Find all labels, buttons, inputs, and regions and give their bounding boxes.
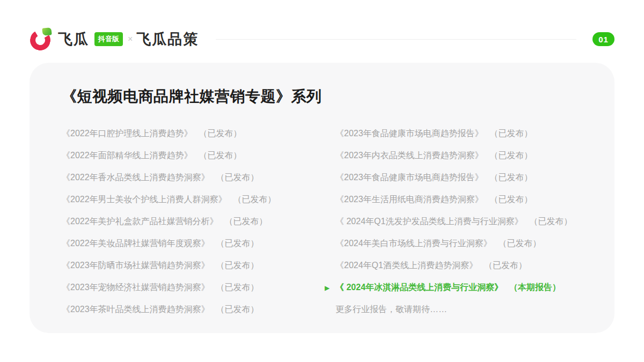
report-column-left: 《2022年口腔护理线上消费趋势》 （已发布） 《2022年面部精华线上消费趋势…	[62, 123, 335, 321]
report-item: 《 2024年Q1洗发护发品类线上消费与行业洞察》 （已发布）	[335, 211, 614, 233]
report-item-current: ▶ 《 2024年冰淇淋品类线上消费与行业洞察》 （本期报告）	[335, 277, 614, 299]
report-status: （已发布）	[225, 216, 268, 227]
header-divider	[216, 39, 576, 40]
report-status: （已发布）	[490, 128, 533, 139]
report-status: （已发布）	[484, 260, 527, 271]
report-title: 《2023年茶叶品类线上消费趋势洞察》	[62, 304, 210, 315]
report-item: 《2024年美白市场线上消费与行业洞察》 （已发布）	[335, 233, 614, 255]
report-title: 《2022年男士美妆个护线上消费人群洞察》	[62, 194, 227, 205]
report-status: （已发布）	[490, 194, 533, 205]
report-title: 《2023年防晒市场社媒营销趋势洞察》	[62, 260, 210, 271]
report-item: 《2023年食品健康市场电商趋势报告》 （已发布）	[335, 123, 614, 145]
report-item: 《2023年宠物经济社媒营销趋势洞察》 （已发布）	[62, 277, 335, 299]
page-number-badge: 01	[592, 32, 614, 46]
report-title: 《 2024年冰淇淋品类线上消费与行业洞察》	[335, 282, 503, 293]
report-item: 《2023年内衣品类线上消费趋势洞察》 （已发布）	[335, 145, 614, 167]
report-title: 《2022年美护礼盒款产品社媒营销分析》	[62, 216, 218, 227]
report-item: 《2022年香水品类线上消费趋势洞察》 （已发布）	[62, 167, 335, 189]
report-status: （已发布）	[216, 282, 259, 293]
report-status: （已发布）	[216, 260, 259, 271]
report-item: 《2023年生活用纸电商消费趋势洞察》 （已发布）	[335, 189, 614, 211]
report-status: （已发布）	[199, 150, 242, 161]
multiply-separator: ×	[128, 34, 133, 44]
report-title: 《2022年香水品类线上消费趋势洞察》	[62, 172, 210, 183]
report-series-card: 《短视频电商品牌社媒营销专题》系列 《2022年口腔护理线上消费趋势》 （已发布…	[30, 63, 614, 333]
feigua-logo-icon	[30, 28, 52, 50]
report-title: 《2023年食品健康市场电商趋势报告》	[335, 172, 484, 183]
report-item: 《2023年食品健康市场电商趋势报告》 （已发布）	[335, 167, 614, 189]
report-status: （已发布）	[490, 150, 533, 161]
report-item: 《2022年美护礼盒款产品社媒营销分析》 （已发布）	[62, 211, 335, 233]
report-title: 《2023年生活用纸电商消费趋势洞察》	[335, 194, 484, 205]
report-status: （本期报告）	[509, 282, 561, 293]
report-item: 《2024年Q1酒类线上消费趋势洞察》 （已发布）	[335, 255, 614, 277]
report-title: 《2022年面部精华线上消费趋势》	[62, 150, 193, 161]
report-status: （已发布）	[529, 216, 572, 227]
series-title: 《短视频电商品牌社媒营销专题》系列	[62, 86, 614, 107]
report-status: （已发布）	[216, 172, 259, 183]
report-status: （已发布）	[233, 194, 276, 205]
logo-text: 飞瓜	[58, 29, 89, 49]
header: 飞瓜 抖音版 × 飞瓜品策 01	[30, 28, 614, 50]
report-item: 《2022年口腔护理线上消费趋势》 （已发布）	[62, 123, 335, 145]
report-title: 《2023年宠物经济社媒营销趋势洞察》	[62, 282, 210, 293]
report-title: 《2024年Q1酒类线上消费趋势洞察》	[335, 260, 478, 271]
report-title: 《2022年口腔护理线上消费趋势》	[62, 128, 193, 139]
report-title: 《2024年美白市场线上消费与行业洞察》	[335, 238, 492, 249]
report-status: （已发布）	[199, 128, 242, 139]
douyin-version-badge: 抖音版	[94, 32, 123, 46]
report-column-right: 《2023年食品健康市场电商趋势报告》 （已发布） 《2023年内衣品类线上消费…	[335, 123, 614, 321]
report-item: 《2023年防晒市场社媒营销趋势洞察》 （已发布）	[62, 255, 335, 277]
report-title: 《2022年美妆品牌社媒营销年度观察》	[62, 238, 210, 249]
leaf-shape	[42, 27, 52, 36]
report-item: 《2022年男士美妆个护线上消费人群洞察》 （已发布）	[62, 189, 335, 211]
partner-logo-text: 飞瓜品策	[136, 29, 199, 49]
report-status: （已发布）	[499, 238, 541, 249]
report-item: 《2023年茶叶品类线上消费趋势洞察》 （已发布）	[62, 299, 335, 321]
report-title: 更多行业报告，敬请期待……	[335, 304, 447, 315]
report-status: （已发布）	[216, 238, 259, 249]
report-title: 《2023年食品健康市场电商趋势报告》	[335, 128, 484, 139]
report-item: 《2022年面部精华线上消费趋势》 （已发布）	[62, 145, 335, 167]
report-title: 《2023年内衣品类线上消费趋势洞察》	[335, 150, 484, 161]
current-report-marker-icon: ▶	[325, 284, 330, 291]
report-list: 《2022年口腔护理线上消费趋势》 （已发布） 《2022年面部精华线上消费趋势…	[62, 123, 614, 321]
report-status: （已发布）	[490, 172, 533, 183]
report-item-more: 更多行业报告，敬请期待……	[335, 299, 614, 321]
report-title: 《 2024年Q1洗发护发品类线上消费与行业洞察》	[335, 216, 523, 227]
report-status: （已发布）	[216, 304, 259, 315]
report-item: 《2022年美妆品牌社媒营销年度观察》 （已发布）	[62, 233, 335, 255]
